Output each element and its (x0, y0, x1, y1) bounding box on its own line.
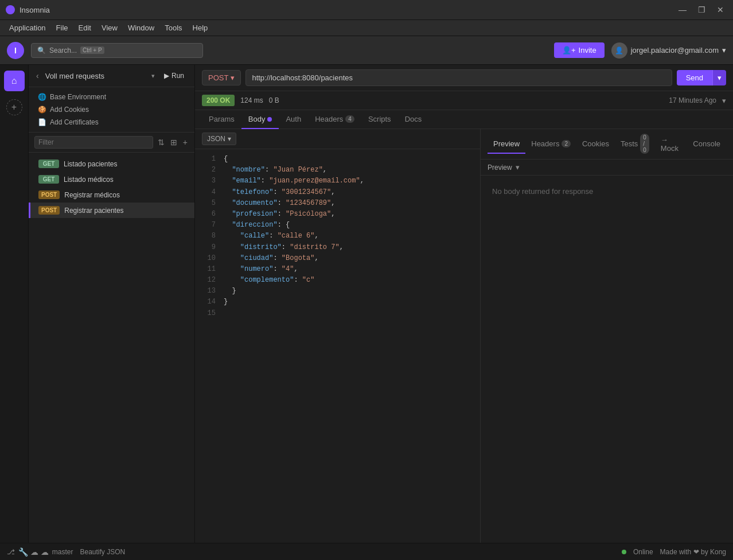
code-line-13: 13 } (195, 286, 480, 297)
chevron-down-icon: ▾ (722, 46, 726, 55)
home-button[interactable]: ⌂ (4, 71, 25, 91)
tab-response-headers[interactable]: Headers 2 (525, 135, 576, 154)
run-button[interactable]: ▶ Run (159, 70, 189, 81)
code-line-14: 14 } (195, 297, 480, 308)
add-workspace-button[interactable]: + (6, 99, 22, 115)
list-item[interactable]: GET Listado médicos (29, 172, 194, 187)
menu-edit[interactable]: Edit (74, 22, 96, 34)
response-tabs: Preview Headers 2 Cookies Tests 0 / 0 → (481, 129, 733, 160)
tab-docs[interactable]: Docs (398, 110, 429, 129)
split-panel: JSON ▾ 1 { 2 "nombre": "Juan Pérez", 3 (195, 129, 733, 543)
search-placeholder: Search... (49, 46, 77, 55)
invite-button[interactable]: 👤+ Invite (554, 42, 605, 58)
response-panel: Preview Headers 2 Cookies Tests 0 / 0 → (481, 129, 733, 543)
tab-response-headers-label: Headers (531, 139, 559, 148)
tab-scripts[interactable]: Scripts (361, 110, 398, 129)
send-button-group: Send ▾ (677, 70, 726, 85)
request-name: Listado pacientes (64, 160, 117, 168)
tab-preview[interactable]: Preview (488, 135, 525, 154)
tab-tests-label: Tests (621, 139, 638, 148)
tab-console-label: Console (693, 139, 720, 148)
title-bar: Insomnia — ❐ ✕ (0, 0, 733, 20)
base-environment-item[interactable]: 🌐 Base Environment (34, 91, 189, 103)
code-line-11: 11 "numero": "4", (195, 264, 480, 275)
filter-input[interactable] (34, 136, 153, 149)
minimize-button[interactable]: — (675, 4, 690, 15)
url-input[interactable] (245, 69, 672, 86)
window-controls[interactable]: — ❐ ✕ (675, 4, 727, 15)
menu-view[interactable]: View (97, 22, 122, 34)
add-cookies-item[interactable]: 🍪 Add Cookies (34, 103, 189, 116)
bottom-bar: ⎇ 🔧 ☁ ☁ master Beautify JSON Online Made… (0, 543, 733, 560)
format-select[interactable]: JSON ▾ (202, 133, 236, 145)
code-editor[interactable]: 1 { 2 "nombre": "Juan Pérez", 3 "email":… (195, 149, 480, 543)
app-icon (6, 5, 15, 14)
tab-auth-label: Auth (286, 115, 301, 123)
search-icon: 🔍 (37, 46, 46, 55)
method-select[interactable]: POST ▾ (202, 70, 241, 85)
add-certificates-label: Add Certificates (50, 118, 99, 126)
menu-help[interactable]: Help (188, 22, 213, 34)
format-dropdown-icon: ▾ (228, 135, 231, 143)
menu-application[interactable]: Application (5, 22, 50, 34)
base-environment-label: Base Environment (50, 93, 106, 101)
invite-label: Invite (579, 46, 596, 55)
tab-console[interactable]: Console (687, 135, 726, 154)
tab-tests[interactable]: Tests 0 / 0 (615, 129, 655, 160)
cookie-icon: 🍪 (38, 106, 46, 114)
code-line-8: 8 "calle": "calle 6", (195, 231, 480, 242)
tab-params-label: Params (209, 115, 235, 123)
close-button[interactable]: ✕ (713, 4, 727, 15)
timestamp: 17 Minutes Ago (669, 96, 716, 104)
tab-body[interactable]: Body (241, 110, 279, 129)
tab-mock[interactable]: → Mock (655, 131, 687, 158)
invite-icon: 👤+ (562, 46, 576, 55)
tab-cookies-label: Cookies (582, 139, 609, 148)
beautify-button[interactable]: Beautify JSON (80, 548, 125, 556)
request-name: Registrar médicos (64, 191, 120, 199)
add-certificates-item[interactable]: 📄 Add Certificates (34, 116, 189, 129)
list-item[interactable]: POST Registrar pacientes (29, 203, 194, 218)
tab-cookies[interactable]: Cookies (576, 135, 615, 154)
user-info[interactable]: 👤 jorgel.palacior@gmail.com ▾ (611, 42, 726, 59)
tab-mock-label: → Mock (661, 135, 681, 153)
search-bar[interactable]: 🔍 Search... Ctrl + P (31, 43, 203, 58)
tab-body-label: Body (248, 115, 266, 123)
menu-bar: Application File Edit View Window Tools … (0, 20, 733, 36)
method-badge: GET (38, 160, 59, 168)
tab-headers[interactable]: Headers 4 (308, 110, 361, 129)
app-header: I 🔍 Search... Ctrl + P 👤+ Invite 👤 jorge… (0, 36, 733, 65)
certificate-icon: 📄 (38, 118, 46, 126)
list-item[interactable]: POST Registrar médicos (29, 187, 194, 203)
method-dropdown-icon: ▾ (231, 73, 235, 82)
bottom-left: ⎇ 🔧 ☁ ☁ master (7, 547, 73, 557)
maximize-button[interactable]: ❐ (695, 4, 709, 15)
add-request-button[interactable]: + (182, 137, 189, 148)
list-item[interactable]: GET Listado pacientes (29, 156, 194, 172)
tab-auth[interactable]: Auth (279, 110, 308, 129)
app-logo: I (7, 42, 24, 59)
preview-label: Preview (488, 164, 512, 172)
method-label: POST (208, 73, 228, 82)
tab-headers-label: Headers (315, 115, 343, 123)
request-name: Listado médicos (64, 176, 114, 184)
branch-icons: 🔧 ☁ ☁ (18, 547, 49, 557)
git-branch-icon: ⎇ (7, 548, 15, 556)
preview-dropdown-icon: ▾ (516, 163, 520, 172)
send-button[interactable]: Send (677, 70, 712, 85)
app-title: Insomnia (20, 6, 50, 14)
send-dropdown-button[interactable]: ▾ (712, 70, 726, 85)
tests-count-badge: 0 / 0 (640, 134, 649, 154)
no-body-message: No body returned for response (492, 187, 593, 196)
sidebar-collapse-button[interactable]: ‹ (34, 69, 41, 82)
menu-window[interactable]: Window (123, 22, 159, 34)
tab-params[interactable]: Params (202, 110, 241, 129)
menu-tools[interactable]: Tools (160, 22, 186, 34)
method-badge: POST (38, 206, 60, 215)
menu-file[interactable]: File (52, 22, 73, 34)
expand-button[interactable]: ⊞ (169, 137, 178, 148)
tab-docs-label: Docs (405, 115, 422, 123)
sort-button[interactable]: ⇅ (157, 137, 166, 148)
headers-count-badge: 4 (345, 115, 354, 123)
online-indicator (622, 550, 626, 554)
